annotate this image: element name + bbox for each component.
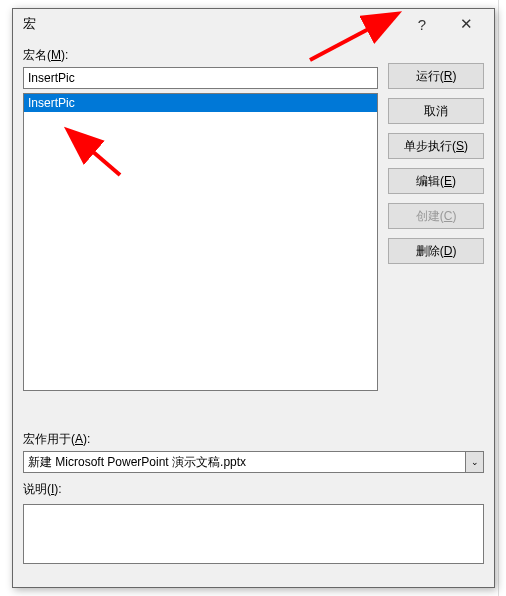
create-button: 创建(C) (388, 203, 484, 229)
cancel-button[interactable]: 取消 (388, 98, 484, 124)
description-label: 说明(I): (23, 481, 484, 498)
close-button[interactable]: ✕ (444, 10, 488, 38)
help-button[interactable]: ? (400, 10, 444, 38)
macro-name-input[interactable] (23, 67, 378, 89)
macro-dialog: 宏 ? ✕ 宏名(M): InsertPic 运行(R) 取消 单步执行(S) (12, 8, 495, 588)
bottom-section: 宏作用于(A): 新建 Microsoft PowerPoint 演示文稿.pp… (23, 431, 484, 564)
list-item[interactable]: InsertPic (24, 94, 377, 112)
dialog-body: 宏名(M): InsertPic 运行(R) 取消 单步执行(S) 编辑(E) … (13, 39, 494, 401)
dialog-title: 宏 (23, 15, 400, 33)
delete-button[interactable]: 删除(D) (388, 238, 484, 264)
button-column: 运行(R) 取消 单步执行(S) 编辑(E) 创建(C) 删除(D) (388, 47, 484, 391)
macro-listbox[interactable]: InsertPic (23, 93, 378, 391)
macro-in-label: 宏作用于(A): (23, 431, 484, 448)
close-icon: ✕ (460, 15, 473, 33)
titlebar: 宏 ? ✕ (13, 9, 494, 39)
edit-button[interactable]: 编辑(E) (388, 168, 484, 194)
macro-in-select[interactable]: 新建 Microsoft PowerPoint 演示文稿.pptx ⌄ (23, 451, 484, 473)
background-edge (498, 0, 506, 596)
description-box[interactable] (23, 504, 484, 564)
macro-in-value: 新建 Microsoft PowerPoint 演示文稿.pptx (23, 451, 466, 473)
macro-name-label: 宏名(M): (23, 47, 378, 64)
step-button[interactable]: 单步执行(S) (388, 133, 484, 159)
left-column: 宏名(M): InsertPic (23, 47, 378, 391)
chevron-down-icon[interactable]: ⌄ (466, 451, 484, 473)
run-button[interactable]: 运行(R) (388, 63, 484, 89)
